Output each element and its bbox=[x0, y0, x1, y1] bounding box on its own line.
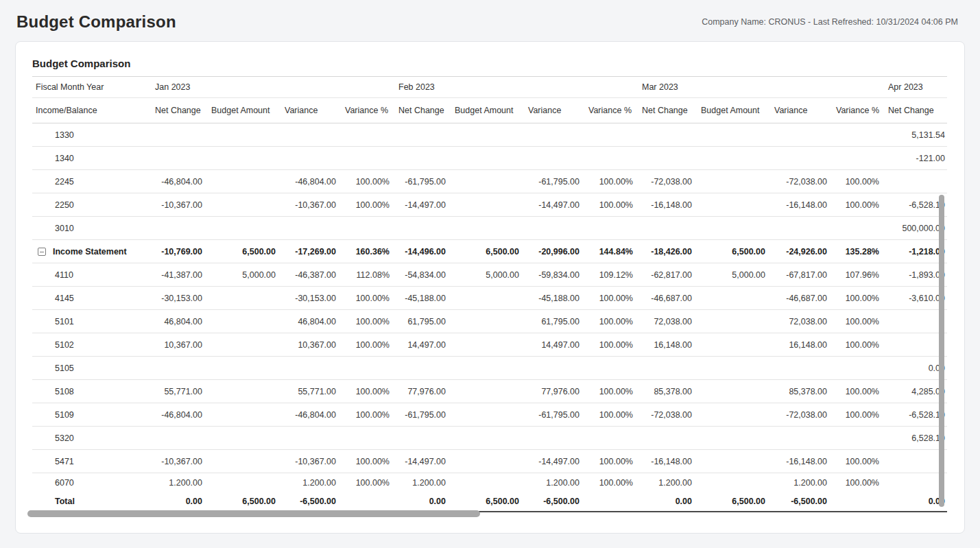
matrix-cell[interactable] bbox=[582, 492, 635, 512]
matrix-cell[interactable]: -72,038.00 bbox=[767, 170, 829, 193]
matrix-cell[interactable]: -6,500.00 bbox=[521, 492, 582, 512]
matrix-cell[interactable] bbox=[881, 170, 947, 193]
matrix-cell[interactable]: 100.00% bbox=[582, 473, 635, 492]
matrix-cell[interactable] bbox=[448, 380, 521, 403]
matrix-cell[interactable]: -54,834.00 bbox=[392, 263, 448, 287]
matrix-cell[interactable]: 85,378.00 bbox=[635, 380, 694, 403]
matrix-cell[interactable]: 160.36% bbox=[338, 240, 392, 263]
row-label-cell[interactable]: 1340 bbox=[32, 147, 148, 170]
matrix-cell[interactable] bbox=[829, 357, 881, 380]
matrix-cell[interactable] bbox=[694, 450, 767, 473]
matrix-cell[interactable] bbox=[148, 147, 204, 170]
matrix-cell[interactable]: 46,804.00 bbox=[148, 310, 204, 333]
matrix-cell[interactable]: -59,834.00 bbox=[521, 263, 582, 287]
month-header-jan-2023[interactable]: Jan 2023 bbox=[148, 77, 392, 98]
matrix-cell[interactable] bbox=[448, 147, 521, 170]
matrix-cell[interactable]: 100.00% bbox=[582, 170, 635, 193]
matrix-cell[interactable] bbox=[204, 217, 278, 240]
matrix-cell[interactable]: 16,148.00 bbox=[767, 333, 829, 357]
matrix-cell[interactable]: -46,387.00 bbox=[278, 263, 338, 287]
matrix-cell[interactable]: 1.200.00 bbox=[635, 473, 694, 492]
matrix-cell[interactable]: -61,795.00 bbox=[392, 170, 448, 193]
matrix-cell[interactable]: -72,038.00 bbox=[635, 170, 694, 193]
matrix-cell[interactable]: -72,038.00 bbox=[635, 403, 694, 427]
matrix-cell[interactable] bbox=[767, 357, 829, 380]
month-header-mar-2023[interactable]: Mar 2023 bbox=[635, 77, 881, 98]
matrix-cell[interactable] bbox=[392, 357, 448, 380]
matrix-cell[interactable] bbox=[694, 357, 767, 380]
matrix-cell[interactable] bbox=[338, 492, 392, 512]
matrix-cell[interactable] bbox=[392, 123, 448, 147]
matrix-cell[interactable]: 10,367.00 bbox=[148, 333, 204, 357]
matrix-cell[interactable]: 144.84% bbox=[582, 240, 635, 263]
matrix-cell[interactable]: 5,000.00 bbox=[204, 263, 278, 287]
matrix-cell[interactable] bbox=[521, 357, 582, 380]
matrix-cell[interactable]: 61,795.00 bbox=[521, 310, 582, 333]
row-label-cell[interactable]: 1330 bbox=[32, 123, 148, 147]
matrix-cell[interactable] bbox=[448, 333, 521, 357]
matrix-cell[interactable]: -67,817.00 bbox=[767, 263, 829, 287]
matrix-cell[interactable]: -46,687.00 bbox=[767, 287, 829, 310]
matrix-cell[interactable] bbox=[448, 357, 521, 380]
matrix-cell[interactable]: 100.00% bbox=[338, 333, 392, 357]
matrix-cell[interactable]: 77,976.00 bbox=[392, 380, 448, 403]
matrix-cell[interactable]: -1,893.00 bbox=[881, 263, 947, 287]
matrix-cell[interactable] bbox=[204, 193, 278, 217]
matrix-cell[interactable] bbox=[278, 217, 338, 240]
matrix-cell[interactable]: 55,771.00 bbox=[148, 380, 204, 403]
matrix-cell[interactable]: -6,528.10 bbox=[881, 403, 947, 427]
matrix-cell[interactable]: 112.08% bbox=[338, 263, 392, 287]
row-label-cell[interactable]: 5108 bbox=[32, 380, 148, 403]
matrix-cell[interactable]: -20,996.00 bbox=[521, 240, 582, 263]
column-header-variance[interactable]: Variance % bbox=[829, 98, 881, 123]
matrix-cell[interactable]: -46,804.00 bbox=[278, 170, 338, 193]
matrix-cell[interactable]: 72,038.00 bbox=[767, 310, 829, 333]
matrix-cell[interactable] bbox=[204, 147, 278, 170]
matrix-cell[interactable]: 100.00% bbox=[338, 403, 392, 427]
matrix-cell[interactable] bbox=[448, 170, 521, 193]
matrix-cell[interactable]: 6,500.00 bbox=[694, 240, 767, 263]
matrix-cell[interactable]: -17,269.00 bbox=[278, 240, 338, 263]
matrix-cell[interactable]: 100.00% bbox=[582, 450, 635, 473]
matrix-cell[interactable] bbox=[582, 217, 635, 240]
matrix-cell[interactable]: 55,771.00 bbox=[278, 380, 338, 403]
matrix-cell[interactable]: 85,378.00 bbox=[767, 380, 829, 403]
matrix-cell[interactable]: -6,528.10 bbox=[881, 193, 947, 217]
matrix-cell[interactable]: 100.00% bbox=[829, 310, 881, 333]
column-header-variance[interactable]: Variance % bbox=[338, 98, 392, 123]
row-label-cell[interactable]: 5102 bbox=[32, 333, 148, 357]
matrix-cell[interactable] bbox=[694, 170, 767, 193]
matrix-cell[interactable]: 100.00% bbox=[582, 287, 635, 310]
matrix-cell[interactable]: -14,497.00 bbox=[521, 193, 582, 217]
matrix-cell[interactable]: 77,976.00 bbox=[521, 380, 582, 403]
matrix-cell[interactable]: 1.200.00 bbox=[278, 473, 338, 492]
matrix-cell[interactable]: 100.00% bbox=[829, 170, 881, 193]
collapse-minus-icon[interactable] bbox=[38, 248, 46, 256]
matrix-cell[interactable] bbox=[767, 123, 829, 147]
matrix-cell[interactable]: 16,148.00 bbox=[635, 333, 694, 357]
month-header-apr-2023[interactable]: Apr 2023 bbox=[881, 77, 947, 98]
matrix-cell[interactable]: 0.00 bbox=[881, 357, 947, 380]
matrix-cell[interactable] bbox=[204, 333, 278, 357]
matrix-cell[interactable]: -30,153.00 bbox=[148, 287, 204, 310]
matrix-cell[interactable]: 100.00% bbox=[338, 450, 392, 473]
matrix-cell[interactable]: 100.00% bbox=[829, 193, 881, 217]
matrix-cell[interactable]: -6,500.00 bbox=[767, 492, 829, 512]
matrix-cell[interactable] bbox=[148, 123, 204, 147]
matrix-cell[interactable]: 6,500.00 bbox=[204, 492, 278, 512]
matrix-cell[interactable] bbox=[204, 357, 278, 380]
matrix-cell[interactable]: 14,497.00 bbox=[521, 333, 582, 357]
matrix-cell[interactable] bbox=[448, 403, 521, 427]
matrix-cell[interactable]: 100.00% bbox=[582, 310, 635, 333]
matrix-cell[interactable]: 6,500.00 bbox=[694, 492, 767, 512]
matrix-cell[interactable]: -46,687.00 bbox=[635, 287, 694, 310]
matrix-cell[interactable] bbox=[448, 287, 521, 310]
column-header-variance[interactable]: Variance % bbox=[582, 98, 635, 123]
matrix-cell[interactable]: 135.28% bbox=[829, 240, 881, 263]
row-label-cell[interactable]: 5471 bbox=[32, 450, 148, 473]
row-label-cell[interactable]: Total bbox=[32, 492, 148, 512]
matrix-cell[interactable]: -14,496.00 bbox=[392, 240, 448, 263]
matrix-cell[interactable] bbox=[204, 427, 278, 450]
row-label-cell[interactable]: Income Statement bbox=[32, 240, 148, 263]
matrix-cell[interactable] bbox=[635, 147, 694, 170]
